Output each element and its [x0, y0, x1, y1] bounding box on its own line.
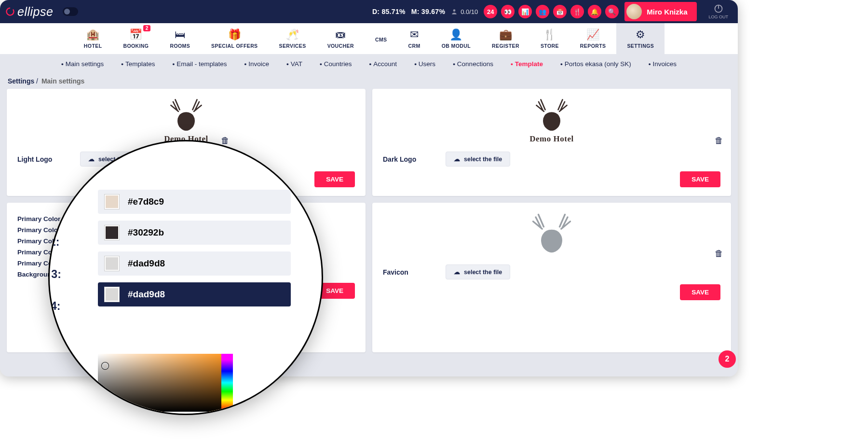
subtab-account[interactable]: •Account [369, 60, 397, 68]
top-round-icon[interactable]: 📊 [518, 5, 532, 18]
picker-hue[interactable] [221, 354, 233, 412]
nav-cms[interactable]: CMS [365, 23, 398, 54]
top-round-icon[interactable]: 🔍 [605, 5, 619, 18]
nav-store[interactable]: 🍴STORE [530, 23, 570, 54]
subtab-countries[interactable]: •Countries [320, 60, 352, 68]
top-round-icon[interactable]: 🍴 [570, 5, 584, 18]
nav-label: BOOKING [123, 43, 149, 49]
topbar: ellipse D: 85.71% M: 39.67% 0.0/10 24👀📊👥… [0, 0, 738, 23]
nav-booking[interactable]: 2📅BOOKING [112, 23, 159, 54]
nav-icon: 📈 [586, 28, 599, 41]
deer-icon [530, 97, 573, 132]
nav-label: STORE [541, 43, 559, 49]
subtab-main-settings[interactable]: •Main settings [61, 60, 104, 68]
brand[interactable]: ellipse [6, 5, 53, 19]
breadcrumb: Settings / Main settings [0, 73, 738, 89]
cloud-upload-icon: ☁ [454, 268, 460, 276]
color-picker[interactable] [98, 354, 233, 412]
subtab-templates[interactable]: •Templates [121, 60, 155, 68]
picker-saturation[interactable] [98, 354, 221, 412]
nav-icon: 🎁 [228, 28, 241, 41]
nav-rooms[interactable]: 🛏ROOMS [159, 23, 201, 54]
subtab-vat[interactable]: •VAT [286, 60, 302, 68]
nav-label: SETTINGS [627, 43, 654, 49]
breadcrumb-current: Main settings [41, 77, 84, 85]
top-round-icon[interactable]: 24 [484, 5, 497, 18]
nav-settings[interactable]: ⚙SETTINGS [616, 23, 665, 54]
nav-icon: 💼 [499, 28, 512, 41]
power-icon [714, 4, 723, 14]
select-file-button[interactable]: ☁ select the file [446, 152, 510, 167]
nav-icon: 🍴 [543, 28, 556, 41]
save-button[interactable]: SAVE [314, 171, 355, 187]
color-row[interactable]: #e7d8c9 [98, 190, 291, 214]
subtab-users[interactable]: •Users [414, 60, 435, 68]
person-icon [451, 8, 458, 15]
subtab-invoice[interactable]: •Invoice [244, 60, 270, 68]
svg-point-0 [453, 9, 456, 12]
demo-hotel-label: Demo Hotel [529, 134, 573, 144]
nav-label: SERVICES [279, 43, 306, 49]
favicon-card: 🗑 Favicon ☁ select the file SAVE [372, 203, 731, 352]
subtab-invoices[interactable]: •Invoices [649, 60, 677, 68]
nav-reports[interactable]: 📈REPORTS [570, 23, 617, 54]
nav-icon: 🛏 [175, 28, 185, 41]
subtab-email-templates[interactable]: •Email - templates [173, 60, 227, 68]
select-file-button[interactable]: ☁ select the file [446, 264, 510, 279]
nav-voucher[interactable]: 🎟VOUCHER [317, 23, 365, 54]
picker-cursor[interactable] [102, 362, 108, 369]
nav-crm[interactable]: ✉CRM [398, 23, 431, 54]
color-row[interactable]: #dad9d8 [98, 282, 291, 306]
brand-swirl-icon [6, 7, 14, 16]
nav-badge: 2 [143, 25, 151, 31]
nav-special-offers[interactable]: 🎁SPECIAL OFFERS [201, 23, 268, 54]
logout-button[interactable]: LOG OUT [705, 4, 732, 19]
nav-label: CMS [375, 37, 387, 42]
theme-toggle[interactable] [63, 7, 78, 16]
nav-label: OB MODUL [442, 43, 471, 49]
nav-label: REGISTER [492, 43, 519, 49]
stat-ratio: 0.0/10 [451, 8, 478, 15]
top-round-icon[interactable]: 🔔 [588, 5, 601, 18]
save-button[interactable]: SAVE [680, 171, 720, 187]
color-swatch [105, 287, 119, 302]
nav-label: VOUCHER [327, 43, 354, 49]
main-nav: 🏨HOTEL2📅BOOKING🛏ROOMS🎁SPECIAL OFFERS🥂SER… [0, 23, 738, 54]
top-round-icon[interactable]: 📅 [553, 5, 567, 18]
favicon-label: Favicon [383, 268, 446, 276]
top-round-icon[interactable]: 👀 [501, 5, 515, 18]
stat-m: M: 39.67% [411, 8, 445, 15]
nav-label: SPECIAL OFFERS [211, 43, 258, 49]
magnifier-rows: #e7d8c9#30292b#dad9d8#dad9d8 [98, 190, 291, 313]
trash-icon[interactable]: 🗑 [715, 136, 723, 146]
nav-icon: 📅 [129, 28, 142, 41]
nav-icon: 🥂 [286, 28, 299, 41]
color-hex: #e7d8c9 [128, 196, 164, 207]
round-icon-group: 24👀📊👥📅🍴🔔🔍 [484, 5, 619, 18]
subtab-portos-ekasa-only-sk-[interactable]: •Portos ekasa (only SK) [560, 60, 631, 68]
stat-d: D: 85.71% [372, 8, 406, 15]
light-logo-label: Light Logo [17, 155, 80, 163]
user-name: Miro Knizka [647, 8, 687, 16]
nav-label: CRM [408, 43, 420, 49]
color-row[interactable]: #dad9d8 [98, 251, 291, 276]
float-badge[interactable]: 2 [719, 350, 736, 368]
deer-icon [164, 97, 208, 132]
mag-label-4: 4: [51, 300, 60, 313]
nav-hotel[interactable]: 🏨HOTEL [73, 23, 113, 54]
nav-ob-modul[interactable]: 👤OB MODUL [431, 23, 481, 54]
user-profile[interactable]: Miro Knizka [624, 2, 697, 21]
nav-register[interactable]: 💼REGISTER [481, 23, 530, 54]
brand-label: ellipse [17, 5, 53, 19]
subtab-connections[interactable]: •Connections [453, 60, 493, 68]
save-button[interactable]: SAVE [680, 284, 720, 300]
color-swatch [105, 225, 119, 240]
magnifier-lens: 2: r 3: 4: #e7d8c9#30292b#dad9d8#dad9d8 [48, 140, 323, 415]
color-row[interactable]: #30292b [98, 221, 291, 245]
trash-icon[interactable]: 🗑 [221, 136, 230, 146]
nav-services[interactable]: 🥂SERVICES [269, 23, 317, 54]
nav-label: REPORTS [580, 43, 606, 49]
subtab-template[interactable]: •Template [511, 60, 543, 68]
top-round-icon[interactable]: 👥 [536, 5, 549, 18]
trash-icon[interactable]: 🗑 [715, 249, 723, 259]
